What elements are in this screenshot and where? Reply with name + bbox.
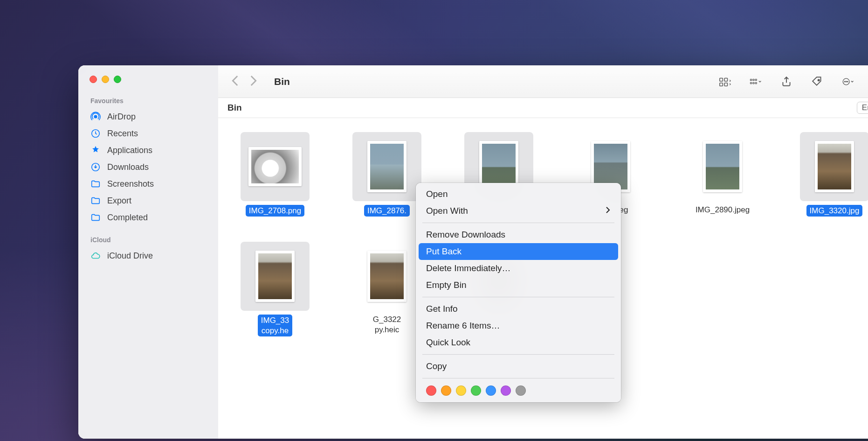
view-mode-button[interactable] — [714, 76, 736, 88]
file-item[interactable]: IMG_2708.png — [232, 132, 318, 217]
sidebar-item-completed[interactable]: Completed — [78, 209, 218, 226]
tags-button[interactable] — [806, 76, 828, 88]
svg-point-0 — [94, 115, 97, 118]
minimize-window-button[interactable] — [102, 76, 109, 83]
path-title: Bin — [227, 103, 242, 113]
svg-point-17 — [847, 81, 848, 82]
sidebar-header-icloud: iCloud — [78, 236, 218, 247]
chevron-right-icon — [605, 206, 611, 216]
applications-icon — [90, 145, 101, 155]
window-traffic-lights — [90, 76, 218, 83]
tag-color[interactable] — [441, 385, 451, 396]
nav-forward-button[interactable] — [245, 73, 261, 91]
context-get-info[interactable]: Get Info — [416, 301, 621, 317]
close-window-button[interactable] — [90, 76, 97, 83]
path-bar: Bin Empty — [218, 98, 868, 118]
svg-point-16 — [846, 81, 847, 82]
svg-point-13 — [818, 79, 820, 81]
tag-color[interactable] — [456, 385, 466, 396]
svg-rect-6 — [724, 83, 728, 86]
maximize-window-button[interactable] — [114, 76, 121, 83]
context-copy[interactable]: Copy — [416, 358, 621, 375]
file-item[interactable]: IMG_2890.jpeg — [680, 132, 765, 217]
empty-bin-button[interactable]: Empty — [857, 102, 868, 114]
svg-rect-5 — [720, 83, 723, 86]
file-thumbnail — [352, 132, 421, 201]
sidebar-item-label: Completed — [107, 213, 148, 223]
sidebar-item-label: Screenshots — [107, 179, 154, 189]
file-label: G_3322 py.heic — [373, 315, 401, 335]
context-delete-immediately[interactable]: Delete Immediately… — [416, 260, 621, 277]
file-item[interactable]: IMG_3320.jpg — [792, 132, 868, 217]
svg-rect-10 — [751, 82, 752, 84]
clock-icon — [90, 128, 101, 139]
sidebar-header-favourites: Favourites — [78, 97, 218, 108]
file-label: IMG_2890.jpeg — [696, 205, 750, 215]
sidebar-item-label: AirDrop — [107, 112, 136, 122]
svg-rect-11 — [753, 82, 754, 84]
svg-point-15 — [844, 81, 845, 82]
sidebar-item-label: Export — [107, 196, 131, 206]
tag-color[interactable] — [501, 385, 511, 396]
svg-rect-4 — [724, 78, 728, 81]
context-open-with[interactable]: Open With — [416, 203, 621, 219]
sidebar-item-label: iCloud Drive — [107, 251, 153, 261]
tag-color[interactable] — [516, 385, 526, 396]
folder-icon — [90, 196, 101, 206]
share-button[interactable] — [776, 76, 797, 88]
sidebar-item-label: Applications — [107, 146, 152, 155]
file-item[interactable]: IMG_33 copy.he — [232, 242, 318, 336]
sidebar-item-downloads[interactable]: Downloads — [78, 159, 218, 175]
sidebar-item-applications[interactable]: Applications — [78, 142, 218, 159]
tag-color[interactable] — [426, 385, 436, 396]
sidebar-item-label: Downloads — [107, 162, 149, 172]
file-label: IMG_3320.jpg — [806, 205, 863, 217]
sidebar-item-airdrop[interactable]: AirDrop — [78, 108, 218, 125]
context-separator — [422, 297, 614, 297]
svg-rect-3 — [720, 78, 723, 81]
svg-rect-8 — [753, 79, 754, 80]
sidebar-item-screenshots[interactable]: Screenshots — [78, 175, 218, 192]
context-quick-look[interactable]: Quick Look — [416, 334, 621, 351]
file-thumbnail — [352, 242, 421, 311]
context-menu: Open Open With Remove Downloads Put Back… — [416, 183, 621, 402]
sidebar-item-label: Recents — [107, 129, 138, 139]
group-button[interactable] — [745, 76, 766, 88]
context-remove-downloads[interactable]: Remove Downloads — [416, 226, 621, 243]
sidebar-item-recents[interactable]: Recents — [78, 125, 218, 142]
tag-color[interactable] — [486, 385, 496, 396]
tag-color[interactable] — [471, 385, 481, 396]
more-actions-button[interactable] — [837, 76, 859, 88]
context-put-back[interactable]: Put Back — [419, 243, 618, 260]
cloud-icon — [90, 251, 101, 261]
context-separator — [422, 378, 614, 378]
folder-icon — [90, 179, 101, 189]
airdrop-icon — [90, 112, 101, 122]
context-tag-row — [416, 382, 621, 399]
file-label: IMG_33 copy.he — [258, 315, 292, 336]
sidebar: Favourites AirDrop Recents Applications … — [78, 65, 218, 439]
sidebar-item-export[interactable]: Export — [78, 192, 218, 209]
file-label: IMG_2876. — [364, 205, 410, 217]
folder-icon — [90, 212, 101, 223]
file-thumbnail — [241, 132, 310, 201]
nav-back-button[interactable] — [227, 73, 243, 91]
svg-rect-12 — [755, 82, 757, 84]
download-icon — [90, 162, 101, 172]
window-title: Bin — [274, 76, 290, 87]
file-thumbnail — [241, 242, 310, 311]
file-thumbnail — [688, 132, 757, 201]
file-thumbnail — [800, 132, 868, 201]
context-rename[interactable]: Rename 6 Items… — [416, 317, 621, 334]
context-separator — [422, 354, 614, 355]
context-open[interactable]: Open — [416, 186, 621, 203]
context-separator — [422, 223, 614, 223]
svg-rect-7 — [751, 79, 752, 80]
file-label: IMG_2708.png — [246, 205, 304, 217]
sidebar-item-icloud-drive[interactable]: iCloud Drive — [78, 247, 218, 264]
context-empty-bin[interactable]: Empty Bin — [416, 277, 621, 294]
toolbar: Bin — [218, 65, 868, 98]
svg-rect-9 — [755, 79, 757, 80]
